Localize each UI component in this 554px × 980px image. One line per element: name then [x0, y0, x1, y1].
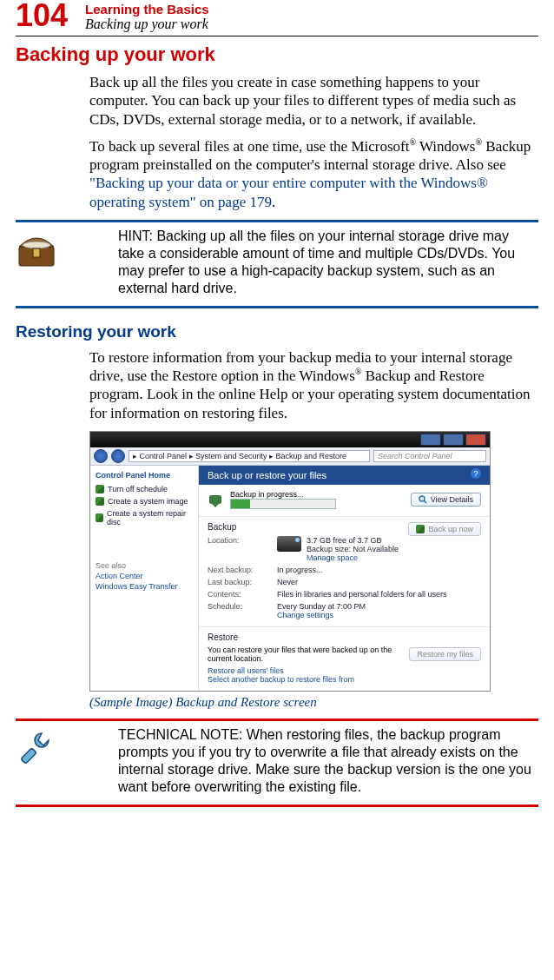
header-section-title: Backing up your work — [85, 17, 209, 32]
technote-bottom-rule — [16, 805, 538, 807]
para-backup-program: To back up several files at one time, us… — [89, 137, 538, 211]
next-backup-value: In progress... — [277, 566, 481, 574]
nav-forward-button[interactable] — [111, 449, 125, 463]
screenshot-backup-restore: ▸ Control Panel ▸ System and Security ▸ … — [89, 431, 491, 692]
manage-space-link[interactable]: Manage space — [307, 553, 399, 562]
shield-icon — [416, 525, 425, 533]
schedule-label: Schedule: — [208, 602, 277, 619]
backup-progress: Backup in progress... — [208, 490, 336, 509]
close-button[interactable] — [465, 434, 486, 446]
panel-banner: Back up or restore your files ? — [199, 466, 490, 485]
restore-section-title: Restore — [208, 632, 481, 642]
p2-b: Windows — [416, 138, 475, 155]
location-value: 3.7 GB free of 3.7 GB — [307, 536, 399, 545]
sidebar-item-system-image[interactable]: Create a system image — [96, 497, 193, 506]
sidebar: Control Panel Home Turn off schedule Cre… — [90, 466, 199, 691]
hint-top-rule — [16, 220, 538, 222]
page-number: 104 — [16, 0, 68, 31]
reg-mark: ® — [355, 367, 362, 376]
cross-ref-link[interactable]: "Backing up your data or your entire com… — [89, 175, 488, 209]
main-panel: Back up or restore your files ? Backup i… — [199, 466, 490, 691]
location-label: Location: — [208, 536, 277, 562]
contents-value: Files in libraries and personal folders … — [277, 590, 481, 599]
technote-top-rule — [16, 718, 538, 721]
running-header: 104 Learning the Basics Backing up your … — [16, 0, 538, 32]
svg-point-1 — [23, 242, 50, 248]
heading-restoring: Restoring your work — [16, 322, 538, 341]
sidebar-item-repair-disc[interactable]: Create a system repair disc — [96, 509, 193, 526]
shield-icon — [96, 485, 104, 493]
technote-callout: TECHNICAL NOTE: When restoring files, th… — [16, 726, 538, 796]
restore-desc: You can restore your files that were bac… — [208, 646, 409, 663]
p2-d: . — [272, 194, 275, 210]
shield-icon — [96, 513, 103, 522]
backup-size: Backup size: Not Available — [307, 545, 399, 553]
view-details-button[interactable]: View Details — [411, 493, 481, 507]
screenshot-caption: (Sample Image) Backup and Restore screen — [89, 695, 538, 710]
see-also-easy-transfer[interactable]: Windows Easy Transfer — [96, 582, 193, 591]
address-bar: ▸ Control Panel ▸ System and Security ▸ … — [90, 447, 490, 466]
hint-callout: HINT: Backing up all the files on your i… — [16, 228, 538, 297]
hint-text: HINT: Backing up all the files on your i… — [118, 228, 538, 297]
see-also-header: See also — [96, 561, 193, 570]
sidebar-header: Control Panel Home — [96, 471, 193, 480]
maximize-button[interactable] — [443, 434, 464, 446]
progress-bar — [230, 499, 336, 509]
technote-text: TECHNICAL NOTE: When restoring files, th… — [118, 726, 538, 796]
see-also-action-center[interactable]: Action Center — [96, 572, 193, 580]
minimize-button[interactable] — [420, 434, 441, 446]
search-input[interactable]: Search Control Panel — [373, 450, 486, 462]
restore-files-button[interactable]: Restore my files — [409, 647, 481, 661]
contents-label: Contents: — [208, 590, 277, 599]
last-backup-label: Last backup: — [208, 578, 277, 586]
heading-backing-up: Backing up your work — [16, 43, 538, 66]
chapter-title: Learning the Basics — [85, 2, 209, 17]
p2-a: To back up several files at one time, us… — [89, 138, 409, 155]
backup-icon — [208, 492, 223, 507]
wrench-icon — [16, 726, 57, 768]
help-icon[interactable]: ? — [471, 468, 481, 479]
change-settings-link[interactable]: Change settings — [277, 611, 481, 619]
next-backup-label: Next backup: — [208, 566, 277, 574]
hint-bottom-rule — [16, 306, 538, 308]
shield-icon — [96, 497, 104, 506]
breadcrumb[interactable]: ▸ Control Panel ▸ System and Security ▸ … — [129, 450, 370, 462]
svg-rect-6 — [21, 748, 36, 764]
chest-icon — [16, 228, 57, 269]
svg-rect-3 — [209, 495, 221, 504]
svg-line-5 — [424, 500, 426, 503]
para-intro: Back up all the files you create in case… — [89, 73, 538, 129]
progress-label: Backup in progress... — [230, 490, 336, 499]
schedule-value: Every Sunday at 7:00 PM — [277, 602, 481, 611]
reg-mark: ® — [476, 137, 483, 147]
svg-rect-2 — [33, 248, 40, 257]
nav-back-button[interactable] — [94, 449, 108, 463]
reg-mark: ® — [409, 137, 416, 147]
hdd-icon — [277, 536, 301, 552]
sidebar-item-turn-off[interactable]: Turn off schedule — [96, 485, 193, 493]
backup-now-button[interactable]: Back up now — [408, 522, 481, 536]
backup-section-title: Backup — [208, 522, 236, 532]
select-backup-link[interactable]: Select another backup to restore files f… — [208, 675, 481, 684]
window-titlebar — [90, 432, 490, 447]
last-backup-value: Never — [277, 578, 481, 586]
header-rule — [16, 36, 538, 36]
para-restore: To restore information from your backup … — [89, 348, 538, 422]
magnifier-icon — [419, 495, 427, 504]
restore-all-link[interactable]: Restore all users' files — [208, 666, 481, 675]
